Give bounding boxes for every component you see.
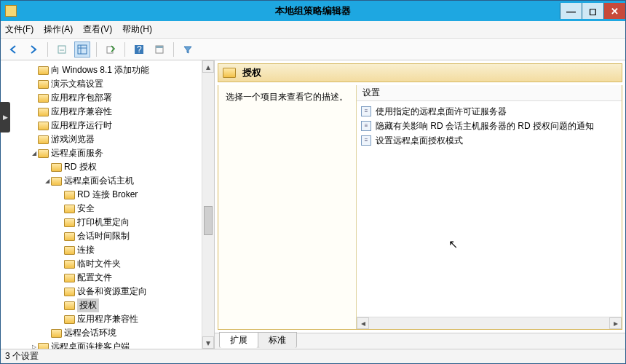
menu-help[interactable]: 帮助(H) [122,23,152,36]
tree-item[interactable]: 设备和资源重定向 [4,285,202,298]
detail-header: 授权 [218,63,622,82]
tree-item[interactable]: RD 授权 [4,160,202,174]
scroll-down-icon[interactable]: ▾ [202,336,214,349]
setting-label: 使用指定的远程桌面许可证服务器 [376,104,507,119]
policy-icon: ≡ [361,121,371,131]
menu-action[interactable]: 操作(A) [44,23,73,36]
tree-item[interactable]: 向 Windows 8.1 添加功能 [4,63,202,77]
tree-item-label: 向 Windows 8.1 添加功能 [51,63,149,77]
tree-item[interactable]: 配置文件 [4,271,202,285]
folder-icon [64,288,75,296]
tree-item[interactable]: 连接 [4,243,202,257]
tree-item[interactable]: 打印机重定向 [4,215,202,229]
tree-item[interactable]: 应用程序兼容性 [4,105,202,119]
svg-rect-6 [156,46,163,48]
folder-icon [51,177,62,186]
setting-item[interactable]: ≡隐藏有关影响 RD 会话主机服务器的 RD 授权问题的通知 [361,119,617,133]
tree-pane: 向 Windows 8.1 添加功能演示文稿设置应用程序包部署应用程序兼容性应用… [1,60,215,349]
tree-item-label: 临时文件夹 [77,257,121,271]
tree-item-label: 配置文件 [77,271,112,285]
folder-icon [38,122,49,130]
forward-button[interactable] [25,41,41,58]
description-text: 选择一个项目来查看它的描述。 [226,91,349,103]
app-icon [5,5,17,17]
tree-item-label: 应用程序运行时 [51,119,112,132]
policy-icon: ≡ [361,135,371,146]
detail-heading: 授权 [242,66,261,79]
tree-item[interactable]: 远程桌面会话主机 [4,174,202,188]
tree-item-label: 应用程序包部署 [51,91,112,105]
tree-item-label: 会话时间限制 [77,229,130,243]
tree-item[interactable]: 会话时间限制 [4,229,202,243]
tree-item[interactable]: 授权 [4,298,202,312]
back-button[interactable] [5,41,21,58]
menu-view[interactable]: 查看(V) [83,23,112,36]
statusbar: 3 个设置 [1,349,625,363]
folder-icon [38,94,49,103]
details-button[interactable] [74,41,90,58]
folder-icon [38,343,49,349]
up-button[interactable] [54,41,70,58]
tab-standard[interactable]: 标准 [258,332,297,348]
policy-icon: ≡ [361,106,371,116]
description-column: 选择一个项目来查看它的描述。 [218,85,357,329]
list-hscrollbar[interactable]: ◂ ▸ [357,317,622,329]
tree-item[interactable]: 安全 [4,202,202,215]
tree-item[interactable]: 远程桌面连接客户端 [4,340,202,349]
folder-icon [64,218,75,227]
folder-icon [51,329,62,338]
scroll-thumb[interactable] [204,206,213,235]
maximize-button[interactable]: ◻ [582,3,603,19]
toolbar: ? [1,39,625,60]
folder-icon [38,108,49,116]
separator [47,42,48,57]
tree-scrollbar[interactable]: ▴ ▾ [202,60,214,349]
properties-button[interactable] [151,41,167,58]
folder-icon [64,260,75,269]
tree-item-label: 设备和资源重定向 [77,285,147,298]
tree[interactable]: 向 Windows 8.1 添加功能演示文稿设置应用程序包部署应用程序兼容性应用… [4,63,202,349]
setting-item[interactable]: ≡使用指定的远程桌面许可证服务器 [361,104,617,119]
settings-list[interactable]: ≡使用指定的远程桌面许可证服务器≡隐藏有关影响 RD 会话主机服务器的 RD 授… [357,101,622,317]
folder-icon [38,135,49,144]
column-header-setting[interactable]: 设置 [357,85,622,101]
svg-rect-0 [58,46,66,53]
separator [96,42,97,57]
expander-icon[interactable] [30,149,38,157]
tree-item[interactable]: 远程会话环境 [4,326,202,340]
scroll-left-icon[interactable]: ◂ [357,317,369,329]
setting-item[interactable]: ≡设置远程桌面授权模式 [361,133,617,148]
close-button[interactable]: ✕ [603,3,625,19]
help-button[interactable]: ? [131,41,147,58]
tree-item-label: 打印机重定向 [77,215,130,229]
expander-icon[interactable] [43,177,51,185]
tree-item[interactable]: RD 连接 Broker [4,188,202,202]
scroll-right-icon[interactable]: ▸ [609,317,622,329]
tree-item-label: 应用程序兼容性 [77,312,138,326]
tree-item-label: 远程会话环境 [64,326,116,340]
tree-item[interactable]: 远程桌面服务 [4,146,202,160]
export-button[interactable] [103,41,119,58]
minimize-button[interactable]: — [560,3,582,19]
setting-label: 设置远程桌面授权模式 [376,133,463,148]
tree-item[interactable]: 应用程序兼容性 [4,312,202,326]
window-title: 本地组策略编辑器 [275,4,351,17]
tree-item-label: 授权 [77,298,99,312]
menu-file[interactable]: 文件(F) [5,23,33,36]
tree-item-label: 连接 [77,243,95,257]
expander-icon[interactable] [30,343,38,349]
tree-item-label: RD 连接 Broker [77,188,138,202]
tree-item[interactable]: 临时文件夹 [4,257,202,271]
scroll-up-icon[interactable]: ▴ [202,60,214,73]
tree-item[interactable]: 演示文稿设置 [4,77,202,91]
titlebar: 本地组策略编辑器 — ◻ ✕ [1,1,625,21]
filter-button[interactable] [180,41,196,58]
svg-rect-2 [107,47,113,53]
tree-item[interactable]: 游戏浏览器 [4,132,202,146]
tree-item[interactable]: 应用程序包部署 [4,91,202,105]
detail-tabs: 扩展 标准 [215,333,625,349]
scroll-track[interactable] [369,317,609,329]
side-panel-handle[interactable] [0,102,10,132]
tree-item[interactable]: 应用程序运行时 [4,119,202,132]
tab-extended[interactable]: 扩展 [219,332,258,348]
